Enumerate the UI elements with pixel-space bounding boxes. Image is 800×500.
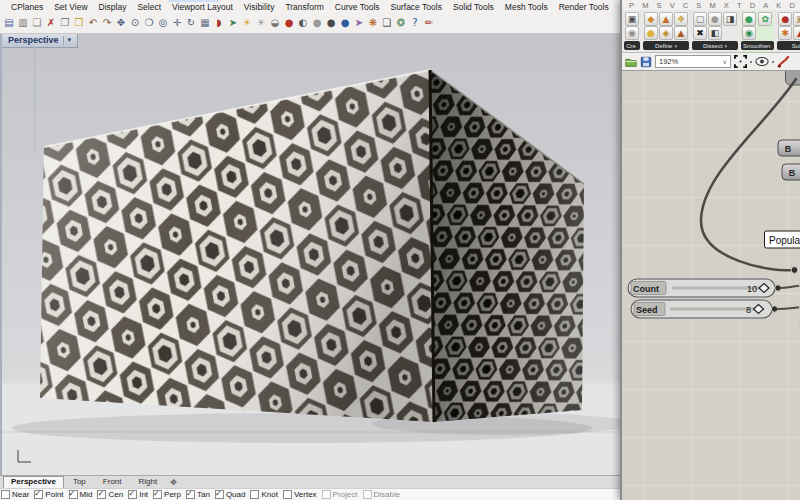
subd-edges-icon[interactable]: ✖: [693, 26, 707, 40]
ribbon-group-label[interactable]: Cre: [624, 41, 640, 50]
subd-tan-box-icon[interactable]: ▣: [793, 12, 800, 26]
redo-icon[interactable]: ↷: [100, 15, 114, 31]
subd-unweld-icon[interactable]: ◨: [723, 12, 737, 26]
osnap-toggle[interactable]: Perp: [153, 490, 181, 499]
ribbon-group-label[interactable]: Define▾: [643, 41, 689, 50]
spotlight-icon[interactable]: ➤: [352, 15, 366, 31]
smooth-balloon-icon[interactable]: ●: [742, 12, 756, 26]
pencil-icon[interactable]: ✏: [422, 15, 436, 31]
menu-item[interactable]: Transform: [280, 2, 328, 12]
subd-from-mesh-icon[interactable]: ◆: [644, 12, 658, 26]
subd-red-sphere-icon[interactable]: ●: [778, 12, 792, 26]
viewport-tab[interactable]: Perspective: [3, 476, 64, 488]
honeycomb-front-face[interactable]: [40, 70, 434, 422]
new-file-icon[interactable]: ❏: [30, 15, 44, 31]
smooth-node-icon[interactable]: ◉: [742, 26, 756, 40]
print-icon[interactable]: ▥: [16, 15, 30, 31]
menu-item[interactable]: CPlanes: [6, 2, 48, 12]
open-file-icon[interactable]: [625, 56, 637, 68]
checkbox-icon[interactable]: [1, 490, 10, 499]
lamp-off-icon[interactable]: ☀: [254, 15, 268, 31]
preview-eye-icon[interactable]: [755, 56, 769, 67]
zoom-level-select[interactable]: 192% ∨: [655, 55, 731, 68]
populate-component[interactable]: Popula: [765, 231, 800, 248]
smooth-flower-icon[interactable]: ✿: [758, 12, 772, 26]
osnap-toggle[interactable]: Mid: [69, 490, 93, 499]
checkbox-icon[interactable]: [69, 490, 78, 499]
wireframe-icon[interactable]: ❑: [380, 15, 394, 31]
osnap-toggle[interactable]: Near: [1, 490, 29, 499]
osnap-toggle[interactable]: Vertex: [283, 490, 317, 499]
menu-item[interactable]: Viewport Layout: [167, 2, 238, 12]
grasshopper-canvas[interactable]: B B Popula Count 10: [622, 71, 800, 500]
checkbox-icon[interactable]: [186, 490, 195, 499]
menu-item[interactable]: Render Tools: [554, 2, 614, 12]
menu-item[interactable]: Curve Tools: [330, 2, 385, 12]
zoom-extents-icon[interactable]: [734, 55, 747, 68]
paste-icon[interactable]: ❒: [72, 15, 86, 31]
gear-icon[interactable]: ❋: [366, 15, 380, 31]
osnap-toggle[interactable]: Point: [34, 490, 63, 499]
component-tab[interactable]: S: [696, 1, 701, 10]
component-tab[interactable]: A: [763, 1, 768, 10]
zoom-extents-icon[interactable]: ✛: [170, 15, 184, 31]
slider-output-nub[interactable]: [771, 306, 777, 312]
component-tab[interactable]: T: [737, 1, 742, 10]
menu-item[interactable]: Surface Tools: [386, 2, 447, 12]
subd-sphere-icon[interactable]: ●: [644, 26, 658, 40]
osnap-toggle[interactable]: Tan: [186, 490, 210, 499]
checkbox-icon[interactable]: [283, 490, 292, 499]
checkbox-icon[interactable]: [250, 490, 259, 499]
param-b-1[interactable]: B: [778, 140, 800, 156]
number-slider-count[interactable]: Count 10: [628, 279, 800, 297]
menu-item[interactable]: Visibility: [239, 2, 280, 12]
copy-icon[interactable]: ❐: [58, 15, 72, 31]
earth-icon[interactable]: ❂: [394, 15, 408, 31]
perspective-viewport[interactable]: Perspective ▾: [0, 34, 622, 475]
component-tab[interactable]: V: [670, 1, 675, 10]
osnap-toggle[interactable]: Quad: [215, 490, 246, 499]
subd-box-interp-icon[interactable]: ◈: [659, 26, 673, 40]
shaded-ball-icon[interactable]: ◐: [296, 15, 310, 31]
checkbox-icon[interactable]: [153, 490, 162, 499]
honeycomb-right-face[interactable]: [430, 70, 584, 422]
subd-cone-icon[interactable]: ▲: [659, 12, 673, 26]
viewport-tab[interactable]: Top: [65, 476, 94, 488]
subd-fuse-icon[interactable]: ◧: [708, 26, 722, 40]
menu-item[interactable]: Mesh Tools: [500, 2, 553, 12]
checkbox-icon[interactable]: [322, 490, 331, 499]
param-b-2[interactable]: B: [782, 164, 800, 180]
ribbon-group-label[interactable]: Smoothen: [741, 41, 774, 50]
tab-scroll-icon[interactable]: ✥: [166, 478, 181, 488]
chevron-down-icon[interactable]: ▾: [68, 36, 72, 44]
save-icon[interactable]: ▤: [2, 15, 16, 31]
osnap-toggle[interactable]: Disable: [363, 490, 401, 499]
ribbon-group-label[interactable]: Dissect▾: [692, 41, 738, 50]
component-tab[interactable]: S: [657, 1, 662, 10]
ghosted-ball-icon[interactable]: ●: [310, 15, 324, 31]
component-tab[interactable]: K: [776, 1, 781, 10]
osnap-toggle[interactable]: Knot: [250, 490, 277, 499]
subd-loft-icon[interactable]: ▲: [674, 26, 688, 40]
wire-input-nub[interactable]: [791, 267, 798, 274]
component-tab[interactable]: M: [709, 1, 715, 10]
viewport-title-tab[interactable]: Perspective ▾: [2, 34, 78, 48]
select-brush-icon[interactable]: ➤: [226, 15, 240, 31]
delete-icon[interactable]: ✗: [44, 15, 58, 31]
checkbox-icon[interactable]: [128, 490, 137, 499]
clipping-plane-icon[interactable]: ◗: [212, 15, 226, 31]
component-tab[interactable]: D: [789, 1, 794, 10]
save-file-icon[interactable]: [640, 56, 652, 68]
subd-cylinder-icon[interactable]: ◉: [625, 26, 639, 40]
viewport-tab[interactable]: Front: [95, 476, 130, 488]
render-red-ball-icon[interactable]: ●: [282, 15, 296, 31]
component-tab[interactable]: P: [629, 1, 634, 10]
viewport-tab[interactable]: Right: [131, 476, 166, 488]
undo-icon[interactable]: ↶: [86, 15, 100, 31]
ribbon-group-label[interactable]: SubD: [777, 41, 800, 50]
checkbox-icon[interactable]: [215, 490, 224, 499]
pan-icon[interactable]: ✥: [114, 15, 128, 31]
zoom-selected-icon[interactable]: ◎: [156, 15, 170, 31]
sketch-brush-icon[interactable]: [777, 55, 790, 68]
osnap-toggle[interactable]: Project: [322, 490, 358, 499]
